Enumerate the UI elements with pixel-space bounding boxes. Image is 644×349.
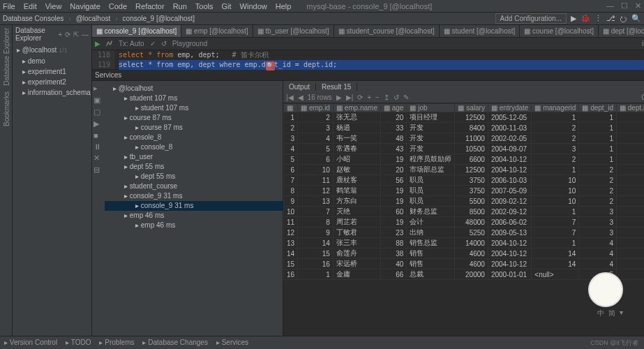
refresh-icon[interactable]: ⟳ [65, 31, 70, 38]
col-header[interactable]: ▦ [284, 104, 298, 112]
tool-window-database-changes[interactable]: ▸ Database Changes [142, 339, 207, 346]
service-node[interactable]: ▸ dept 55 ms [105, 172, 283, 181]
services-toolbar[interactable]: ▸▣▢▶■⏸✕⊟ [92, 81, 105, 336]
col-header[interactable]: ▦ dept.id [616, 104, 644, 112]
playground-label[interactable]: Playground [172, 40, 208, 47]
edit-icon[interactable]: ✎ [403, 94, 409, 101]
commit-icon[interactable]: ↥ [384, 94, 389, 101]
gutter-bookmarks[interactable]: Bookmarks [1, 91, 10, 126]
breadcrumb[interactable]: Database Consoles›@localhost›console_9 [… [3, 15, 195, 22]
service-node[interactable]: ▸ student 107 ms [105, 94, 283, 103]
next-page-icon[interactable]: ▶ [336, 94, 342, 101]
sql-editor[interactable]: 118 119 select * from emp, dept; # 笛卡尔积 … [92, 50, 644, 70]
git-icon[interactable]: ⎇ [606, 14, 615, 23]
service-node[interactable]: ▸ emp 46 ms [105, 221, 283, 230]
service-node[interactable]: ▸ student 107 ms [105, 103, 283, 113]
output-tab[interactable]: Output [283, 83, 316, 91]
main-menu[interactable]: FileEditViewNavigateCodeRefactorRunTools… [3, 2, 291, 10]
menu-view[interactable]: View [45, 2, 62, 10]
first-page-icon[interactable]: |◀ [286, 94, 294, 101]
menu-run[interactable]: Run [173, 2, 187, 10]
service-node[interactable]: ▸ student_course [105, 181, 283, 191]
more-icon[interactable]: ⋮ [594, 14, 602, 23]
rollback-icon[interactable]: ↺ [161, 40, 167, 47]
table-row[interactable]: 161金庸66总裁200002000-01-01<null>55总经办 [284, 269, 645, 280]
gutter-database[interactable]: Database Explorer [1, 28, 10, 86]
table-row[interactable]: 711鹿杖客56职员37502006-10-031022市场部 [284, 175, 645, 186]
service-node[interactable]: ▸ tb_user [105, 152, 283, 162]
export-csv[interactable]: CSV [641, 94, 644, 101]
service-node[interactable]: ▸ console_8 [105, 133, 283, 142]
col-header[interactable]: ▦ entrydate [488, 104, 531, 112]
table-row[interactable]: 1415俞莲舟38销售46002004-10-121444销售部 [284, 248, 645, 259]
service-node[interactable]: ▸ console_8 [105, 142, 283, 152]
database-tree[interactable]: ▸ @localhost 1/1▸ demo▸ experiment1▸ exp… [13, 43, 91, 336]
services-tree[interactable]: ▸ @localhost▸ student 107 ms▸ student 10… [105, 81, 283, 336]
service-node[interactable]: ▸ console_9 31 ms [105, 191, 283, 201]
tool-window-todo[interactable]: ▸ TODO [66, 339, 91, 346]
add-row-icon[interactable]: + [367, 94, 371, 101]
editor-tab-bar[interactable]: ▦ console_9 [@localhost]▦ emp [@localhos… [92, 25, 644, 38]
commit-icon[interactable]: ✓ [150, 40, 156, 47]
menu-edit[interactable]: Edit [24, 2, 37, 10]
add-icon[interactable]: + [58, 31, 62, 38]
menu-help[interactable]: Help [276, 2, 292, 10]
result-grid[interactable]: ▦ ▦ emp.id▦ emp.name▦ age▦ job▦ salary▦ … [283, 103, 644, 336]
collapse-icon[interactable]: ⇱ [73, 31, 79, 38]
execute-icon[interactable]: ▶ [95, 40, 100, 47]
service-node[interactable]: ▸ @localhost [105, 84, 283, 94]
menu-navigate[interactable]: Navigate [70, 2, 100, 10]
editor-tab[interactable]: ▦ dept [@localhost] [599, 25, 644, 37]
table-row[interactable]: 23杨逍33开发84002000-11-03211研发部 [284, 123, 645, 133]
col-header[interactable]: ▦ emp.name [333, 104, 380, 112]
table-row[interactable]: 34韦一笑48开发110002002-02-05211研发部 [284, 133, 645, 144]
menu-file[interactable]: File [3, 2, 15, 10]
tree-node[interactable]: ▸ demo [13, 56, 91, 66]
col-header[interactable]: ▦ job [407, 104, 455, 112]
editor-tab[interactable]: ▦ emp [@localhost] [181, 25, 253, 37]
col-header[interactable]: ▦ age [380, 104, 406, 112]
col-header[interactable]: ▦ emp.id [298, 104, 334, 112]
col-header[interactable]: ▦ dept_id [579, 104, 617, 112]
editor-tab[interactable]: ▦ student [@localhost] [440, 25, 521, 37]
tx-mode[interactable]: Tx: Auto [119, 40, 144, 47]
editor-tab[interactable]: ▦ course [@localhost] [520, 25, 599, 37]
execute-plan-icon[interactable]: 🗲 [106, 40, 113, 47]
table-row[interactable]: 129丁敏君23出纳52502009-05-13733财务部 [284, 228, 645, 238]
editor-tab[interactable]: ▦ student_course [@localhost] [334, 25, 440, 37]
table-row[interactable]: 913方东白19职员55002009-02-121022市场部 [284, 196, 645, 207]
tool-window-bar[interactable]: ▸ Version Control▸ TODO▸ Problems▸ Datab… [0, 336, 644, 348]
search-badge-icon[interactable]: 🔍 [266, 61, 275, 70]
run-icon[interactable]: ▶ [571, 14, 576, 23]
maximize-icon[interactable]: ☐ [621, 1, 628, 10]
service-node[interactable]: ▸ dept 55 ms [105, 162, 283, 172]
table-row[interactable]: 56小昭19程序员鼓励师66002004-10-12211研发部 [284, 154, 645, 165]
prev-page-icon[interactable]: ◀ [298, 94, 304, 101]
menu-code[interactable]: Code [109, 2, 127, 10]
menu-refactor[interactable]: Refactor [135, 2, 165, 10]
tree-node[interactable]: ▸ experiment2 [13, 77, 91, 87]
add-config-button[interactable]: Add Configuration... [495, 13, 567, 24]
editor-tab[interactable]: ▦ tb_user [@localhost] [253, 25, 334, 37]
table-row[interactable]: 812鹤笔翁19职员37502007-05-091022市场部 [284, 186, 645, 196]
update-icon[interactable]: ⭮ [620, 15, 627, 23]
table-row[interactable]: 1516宋远桥40销售46002004-10-121444销售部 [284, 259, 645, 269]
close-icon[interactable]: ✕ [635, 1, 641, 10]
service-node[interactable]: ▸ emp 46 ms [105, 211, 283, 221]
tree-node[interactable]: ▸ experiment1 [13, 66, 91, 77]
menu-git[interactable]: Git [222, 2, 232, 10]
table-row[interactable]: 45常遇春43开发105002004-09-07311研发部 [284, 144, 645, 154]
tree-node[interactable]: ▸ information_schema [13, 87, 91, 98]
search-icon[interactable]: 🔍 [631, 14, 641, 23]
service-node[interactable]: ▸ console_9 31 ms [105, 201, 283, 211]
last-page-icon[interactable]: ▶| [346, 94, 354, 101]
col-header[interactable]: ▦ managerid [532, 104, 579, 112]
table-row[interactable]: 12张无忌20项目经理125002005-12-05111研发部 [284, 112, 645, 123]
revert-icon[interactable]: ↺ [394, 94, 399, 101]
table-row[interactable]: 107灭绝60财务总监85002002-09-12133财务部 [284, 207, 645, 217]
menu-window[interactable]: Window [240, 2, 267, 10]
table-row[interactable]: 610赵敏20市场部总监125002004-10-12122市场部 [284, 165, 645, 175]
tool-window-version-control[interactable]: ▸ Version Control [4, 339, 57, 346]
service-node[interactable]: ▸ course 87 ms [105, 113, 283, 123]
minimize-icon[interactable]: — [606, 1, 614, 10]
